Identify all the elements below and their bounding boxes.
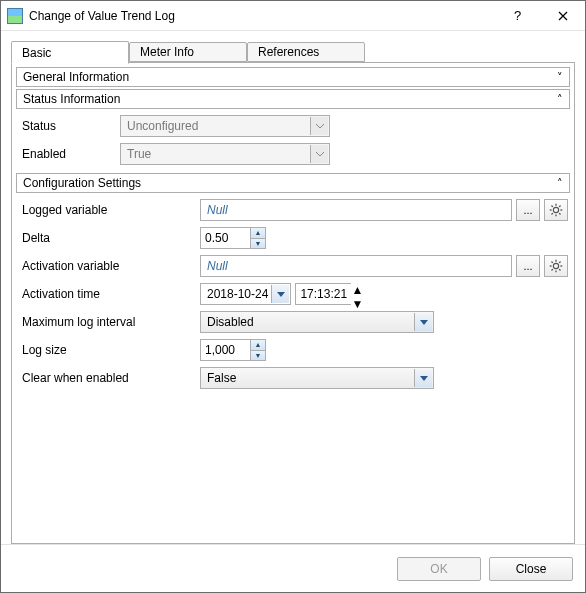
log-size-input[interactable]	[200, 339, 250, 361]
activation-time-input[interactable]	[295, 283, 351, 305]
gear-icon	[549, 203, 563, 217]
app-icon	[7, 8, 23, 24]
window-close-button[interactable]	[540, 1, 585, 30]
svg-line-14	[551, 261, 552, 262]
log-size-spinbox[interactable]: ▲ ▼	[200, 339, 266, 361]
row-activation-variable: Activation variable Null ...	[20, 253, 568, 279]
tab-references[interactable]: References	[247, 42, 365, 62]
tab-basic[interactable]: Basic	[11, 41, 129, 64]
status-combo: Unconfigured	[120, 115, 330, 137]
section-config-body: Logged variable Null ... Del	[16, 195, 570, 397]
row-activation-time: Activation time 2018-10-24 ▲	[20, 281, 568, 307]
activation-variable-label: Activation variable	[20, 259, 200, 273]
gear-icon	[549, 259, 563, 273]
section-general-header[interactable]: General Information ˅	[16, 67, 570, 87]
enabled-value: True	[127, 147, 307, 161]
spin-down-button[interactable]: ▼	[250, 351, 266, 362]
titlebar: Change of Value Trend Log ?	[1, 1, 585, 31]
logged-variable-field[interactable]: Null	[200, 199, 512, 221]
close-icon	[558, 11, 568, 21]
logged-variable-label: Logged variable	[20, 203, 200, 217]
row-delta: Delta ▲ ▼	[20, 225, 568, 251]
section-label: Status Information	[23, 92, 557, 106]
row-enabled: Enabled True	[20, 141, 568, 167]
spin-down-button[interactable]: ▼	[351, 297, 363, 311]
section-status-body: Status Unconfigured Enabled	[16, 111, 570, 173]
row-log-size: Log size ▲ ▼	[20, 337, 568, 363]
ellipsis-icon: ...	[523, 260, 532, 272]
section-label: General Information	[23, 70, 557, 84]
logged-variable-value: Null	[207, 203, 228, 217]
close-button[interactable]: Close	[489, 557, 573, 581]
svg-line-15	[559, 269, 560, 270]
ellipsis-icon: ...	[523, 204, 532, 216]
activation-date-picker[interactable]: 2018-10-24	[200, 283, 291, 305]
window-title: Change of Value Trend Log	[29, 9, 175, 23]
svg-line-7	[559, 205, 560, 206]
status-label: Status	[20, 119, 120, 133]
delta-input[interactable]	[200, 227, 250, 249]
row-max-log-interval: Maximum log interval Disabled	[20, 309, 568, 335]
row-status: Status Unconfigured	[20, 113, 568, 139]
activation-time-spinbox[interactable]: ▲ ▼	[295, 283, 363, 305]
chevron-up-icon: ˄	[557, 93, 563, 106]
clear-when-enabled-combo[interactable]: False	[200, 367, 434, 389]
section-config-header[interactable]: Configuration Settings ˄	[16, 173, 570, 193]
content-area: Basic Meter Info References General Info…	[1, 31, 585, 544]
activation-variable-browse-button[interactable]: ...	[516, 255, 540, 277]
help-icon: ?	[514, 8, 521, 23]
tab-label: Meter Info	[140, 45, 194, 59]
activation-time-label: Activation time	[20, 287, 200, 301]
svg-line-17	[551, 269, 552, 270]
chevron-down-icon[interactable]	[271, 285, 289, 303]
chevron-down-icon[interactable]	[414, 369, 432, 387]
ok-button-label: OK	[430, 562, 447, 576]
section-label: Configuration Settings	[23, 176, 557, 190]
logged-variable-browse-button[interactable]: ...	[516, 199, 540, 221]
clear-when-enabled-label: Clear when enabled	[20, 371, 200, 385]
activation-variable-value: Null	[207, 259, 228, 273]
close-button-label: Close	[516, 562, 547, 576]
section-status-header[interactable]: Status Information ˄	[16, 89, 570, 109]
svg-line-6	[559, 213, 560, 214]
log-size-label: Log size	[20, 343, 200, 357]
activation-variable-field[interactable]: Null	[200, 255, 512, 277]
spin-up-button[interactable]: ▲	[351, 283, 363, 297]
tab-bar: Basic Meter Info References	[11, 41, 575, 63]
clear-when-enabled-value: False	[207, 371, 411, 385]
svg-point-9	[553, 263, 558, 268]
activation-variable-settings-button[interactable]	[544, 255, 568, 277]
delta-spinbox[interactable]: ▲ ▼	[200, 227, 266, 249]
delta-label: Delta	[20, 231, 200, 245]
chevron-up-icon: ˄	[557, 177, 563, 190]
chevron-down-icon[interactable]	[414, 313, 432, 331]
max-log-interval-label: Maximum log interval	[20, 315, 200, 329]
activation-date-value: 2018-10-24	[207, 287, 268, 301]
svg-line-16	[559, 261, 560, 262]
max-log-interval-combo[interactable]: Disabled	[200, 311, 434, 333]
help-button[interactable]: ?	[495, 1, 540, 30]
svg-point-0	[553, 207, 558, 212]
row-clear-when-enabled: Clear when enabled False	[20, 365, 568, 391]
svg-line-8	[551, 213, 552, 214]
tab-label: Basic	[22, 46, 51, 60]
spin-up-button[interactable]: ▲	[250, 227, 266, 239]
ok-button: OK	[397, 557, 481, 581]
status-value: Unconfigured	[127, 119, 307, 133]
tab-panel-basic: General Information ˅ Status Information…	[11, 62, 575, 544]
enabled-combo: True	[120, 143, 330, 165]
enabled-label: Enabled	[20, 147, 120, 161]
svg-line-5	[551, 205, 552, 206]
logged-variable-settings-button[interactable]	[544, 199, 568, 221]
max-log-interval-value: Disabled	[207, 315, 411, 329]
chevron-down-icon: ˅	[557, 71, 563, 84]
chevron-down-icon	[310, 145, 328, 163]
chevron-down-icon	[310, 117, 328, 135]
tab-meter-info[interactable]: Meter Info	[129, 42, 247, 62]
spin-up-button[interactable]: ▲	[250, 339, 266, 351]
dialog-footer: OK Close	[1, 544, 585, 592]
row-logged-variable: Logged variable Null ...	[20, 197, 568, 223]
spin-down-button[interactable]: ▼	[250, 239, 266, 250]
dialog-window: Change of Value Trend Log ? Basic Meter …	[0, 0, 586, 593]
tab-label: References	[258, 45, 319, 59]
